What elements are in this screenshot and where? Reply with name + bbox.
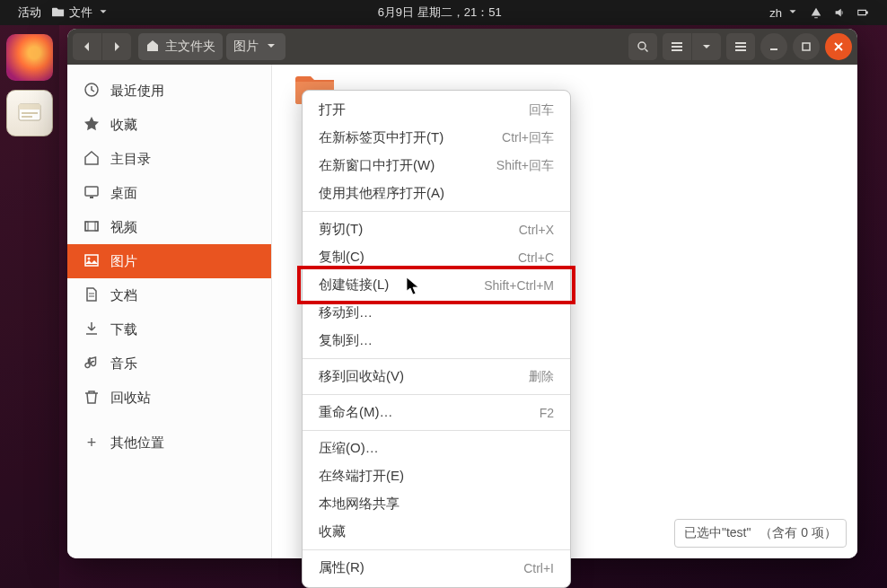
menu-item-label: 本地网络共享: [319, 496, 400, 513]
menu-item-label: 属性(R): [319, 559, 364, 576]
svg-rect-16: [85, 222, 98, 231]
sidebar-item-label: 下载: [110, 321, 137, 338]
sidebar-item-desk[interactable]: 桌面: [67, 176, 271, 210]
dock-firefox[interactable]: [6, 34, 53, 81]
menu-item-shortcut: 回车: [529, 102, 554, 118]
menu-divider: [303, 430, 570, 431]
status-count: （含有 0 项）: [760, 525, 837, 541]
menu-item[interactable]: 压缩(O)…: [303, 434, 570, 462]
menu-item[interactable]: 创建链接(L)Shift+Ctrl+M: [303, 271, 570, 299]
maximize-button[interactable]: [793, 33, 820, 60]
hamburger-button[interactable]: [726, 33, 755, 60]
input-source-indicator[interactable]: zh: [764, 5, 804, 21]
view-options-button[interactable]: [692, 33, 721, 60]
menu-item-label: 在新标签页中打开(T): [319, 129, 444, 146]
sidebar-item-label: 收藏: [110, 117, 137, 134]
forward-button[interactable]: [102, 33, 131, 60]
svg-rect-18: [95, 222, 98, 231]
menu-item[interactable]: 使用其他程序打开(A): [303, 180, 570, 207]
home-icon: [145, 39, 160, 56]
close-button[interactable]: [825, 33, 852, 60]
menu-item[interactable]: 复制到…: [303, 327, 570, 355]
svg-rect-3: [22, 116, 32, 118]
sidebar-item-label: 音乐: [110, 355, 137, 373]
sidebar-item-music[interactable]: 音乐: [67, 347, 271, 381]
sidebar-item-label: 图片: [110, 253, 137, 270]
down-icon: [83, 320, 100, 339]
svg-rect-8: [735, 42, 746, 44]
sidebar-item-trash[interactable]: 回收站: [67, 381, 271, 415]
svg-rect-17: [85, 222, 88, 231]
menu-divider: [303, 358, 570, 359]
minimize-button[interactable]: [760, 33, 787, 60]
image-icon: [83, 252, 100, 271]
menu-item[interactable]: 在新标签页中打开(T)Ctrl+回车: [303, 124, 570, 152]
menu-item[interactable]: 本地网络共享: [303, 490, 570, 518]
video-icon: [83, 218, 100, 237]
sidebar-item-image[interactable]: 图片: [67, 244, 271, 278]
path-crumb-pictures[interactable]: 图片: [226, 33, 285, 60]
sidebar-item-home[interactable]: 主目录: [67, 142, 271, 176]
svg-rect-14: [85, 187, 98, 196]
dropdown-icon: [786, 5, 799, 21]
menu-item[interactable]: 重命名(M)…F2: [303, 399, 570, 426]
sidebar-item-clock[interactable]: 最近使用: [67, 74, 271, 108]
sidebar-other-locations[interactable]: + 其他位置: [67, 426, 271, 460]
menu-item[interactable]: 在新窗口中打开(W)Shift+回车: [303, 152, 570, 180]
plus-icon: +: [83, 434, 100, 452]
svg-rect-10: [735, 49, 746, 51]
dock-files[interactable]: [6, 90, 53, 136]
sidebar-item-video[interactable]: 视频: [67, 210, 271, 244]
menu-item-label: 创建链接(L): [319, 276, 389, 294]
menu-item[interactable]: 属性(R)Ctrl+I: [303, 554, 570, 582]
view-list-button[interactable]: [663, 33, 691, 60]
menu-item-label: 在终端打开(E): [319, 468, 404, 485]
menu-item-shortcut: F2: [540, 406, 554, 420]
folder-icon: [52, 5, 65, 21]
headerbar-right: [628, 33, 852, 60]
menu-item[interactable]: 剪切(T)Ctrl+X: [303, 215, 570, 243]
menu-item-shortcut: Shift+回车: [496, 158, 554, 174]
menu-item[interactable]: 复制(C)Ctrl+C: [303, 243, 570, 271]
path-bar: 主文件夹 图片: [138, 33, 625, 60]
svg-point-4: [638, 42, 645, 49]
volume-icon[interactable]: [828, 6, 851, 19]
topbar-datetime[interactable]: 6月9日 星期二，21：51: [373, 4, 507, 21]
places-sidebar: 最近使用收藏主目录桌面视频图片文档下载音乐回收站 + 其他位置: [67, 65, 272, 558]
activities-button[interactable]: 活动: [13, 4, 47, 21]
search-button[interactable]: [628, 33, 657, 60]
activities-label: 活动: [18, 4, 41, 21]
menu-item[interactable]: 移到回收站(V)删除: [303, 363, 570, 391]
sidebar-item-star[interactable]: 收藏: [67, 108, 271, 142]
menu-item[interactable]: 收藏: [303, 518, 570, 546]
sidebar-item-down[interactable]: 下载: [67, 312, 271, 347]
menu-item-shortcut: Ctrl+C: [518, 250, 554, 265]
topbar-app-menu[interactable]: 文件: [47, 4, 115, 21]
menu-item-label: 移到回收站(V): [319, 368, 404, 385]
svg-rect-12: [803, 43, 810, 50]
nav-buttons: [73, 33, 131, 60]
path-home-label: 主文件夹: [165, 39, 215, 55]
menu-item-shortcut: 删除: [529, 369, 554, 385]
doc-icon: [83, 286, 100, 305]
menu-item[interactable]: 在终端打开(E): [303, 462, 570, 490]
svg-point-20: [88, 257, 91, 259]
path-home[interactable]: 主文件夹: [138, 33, 223, 60]
sidebar-item-label: 主目录: [110, 151, 151, 168]
battery-icon[interactable]: [851, 6, 874, 19]
path-crumb-label: 图片: [233, 39, 259, 55]
back-button[interactable]: [73, 33, 101, 60]
status-selection: 已选中"test": [684, 525, 751, 541]
menu-item[interactable]: 移动到…: [303, 299, 570, 327]
menu-divider: [303, 549, 570, 550]
menu-divider: [303, 394, 570, 395]
sidebar-item-doc[interactable]: 文档: [67, 278, 271, 312]
menu-item-shortcut: Shift+Ctrl+M: [484, 278, 554, 293]
gnome-topbar: 活动 文件 6月9日 星期二，21：51 zh: [0, 0, 887, 25]
network-icon[interactable]: [804, 6, 828, 19]
sidebar-item-label: 文档: [110, 287, 137, 304]
svg-rect-5: [672, 42, 682, 44]
svg-rect-19: [85, 255, 98, 266]
menu-item[interactable]: 打开回车: [303, 96, 570, 124]
menu-item-label: 复制到…: [319, 332, 373, 349]
